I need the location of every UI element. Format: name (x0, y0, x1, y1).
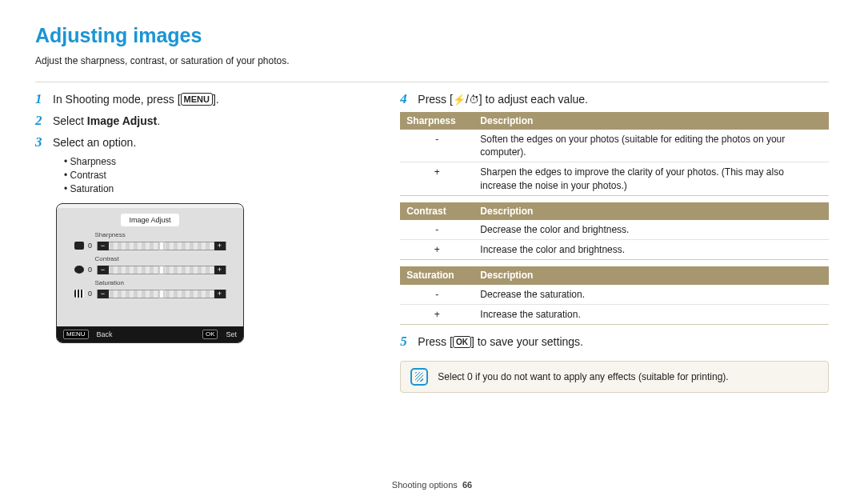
step5-pre: Press [ (418, 335, 453, 348)
table-row: - Decrease the color and brightness. (400, 220, 829, 240)
step-5: 5 Press [OK] to save your settings. (400, 333, 829, 351)
bullet-item: Contrast (64, 169, 376, 182)
table-header: Saturation (400, 266, 474, 284)
camera-row-label: Saturation (95, 279, 226, 288)
note-box: Select 0 if you do not want to apply any… (400, 361, 829, 393)
camera-row-value: 0 (87, 241, 94, 250)
step1-post: ]. (213, 93, 219, 106)
footer-page-number: 66 (462, 480, 472, 490)
slider-thumb (158, 290, 164, 298)
plus-end-icon: + (214, 266, 226, 274)
camera-slider: − + (97, 290, 226, 298)
table-cell-sign: - (400, 220, 474, 240)
step-1: 1 In Shooting mode, press [MENU]. (35, 90, 376, 109)
set-label: Set (226, 330, 237, 339)
table-cell-desc: Decrease the saturation. (474, 285, 829, 305)
step-number: 3 (35, 134, 53, 152)
table-cell-sign: - (400, 285, 474, 305)
camera-row-value: 0 (87, 265, 94, 274)
camera-footer: MENU Back OK Set (57, 326, 243, 343)
step-4: 4 Press [/] to adjust each value. (400, 90, 829, 109)
table-cell-sign: + (400, 162, 474, 195)
camera-row-saturation: Saturation 0 − + (74, 279, 226, 298)
camera-row-label: Contrast (95, 255, 226, 264)
menu-badge-icon: MENU (63, 330, 89, 340)
table-row: + Increase the saturation. (400, 304, 829, 324)
sharpness-table: Sharpness Description - Soften the edges… (400, 112, 829, 196)
table-cell-sign: - (400, 130, 474, 162)
minus-end-icon: − (98, 290, 109, 298)
camera-row-value: 0 (87, 289, 94, 298)
table-cell-sign: + (400, 304, 474, 324)
step2-pre: Select (53, 114, 87, 127)
note-text: Select 0 if you do not want to apply any… (438, 370, 728, 383)
table-header: Description (474, 202, 829, 220)
saturation-icon (74, 290, 84, 298)
timer-icon (469, 93, 479, 106)
page-footer: Shooting options 66 (0, 479, 864, 491)
flash-icon (453, 93, 466, 106)
step-3: 3 Select an option. (35, 134, 376, 152)
bullet-item: Sharpness (64, 155, 376, 168)
step1-pre: In Shooting mode, press [ (53, 93, 181, 106)
step2-bold: Image Adjust (87, 114, 157, 127)
table-cell-desc: Increase the color and brightness. (474, 240, 829, 260)
contrast-table: Contrast Description - Decrease the colo… (400, 202, 829, 261)
step-number: 2 (35, 112, 53, 130)
table-header: Description (474, 266, 829, 284)
ok-badge-icon: OK (202, 330, 218, 340)
step-number: 1 (35, 90, 53, 109)
back-label: Back (97, 330, 113, 339)
camera-slider: − + (97, 266, 226, 274)
ok-button-label: OK (453, 336, 471, 348)
slider-thumb (158, 266, 164, 274)
sharpness-icon (74, 242, 84, 250)
note-icon (410, 368, 428, 386)
right-column: 4 Press [/] to adjust each value. Sharpn… (400, 90, 829, 393)
step3-text: Select an option. (53, 134, 136, 150)
plus-end-icon: + (214, 242, 226, 250)
step5-post: ] to save your settings. (471, 335, 583, 348)
table-cell-desc: Sharpen the edges to improve the clarity… (474, 162, 829, 195)
table-cell-desc: Soften the edges on your photos (suitabl… (474, 130, 829, 162)
table-header: Sharpness (400, 112, 474, 130)
camera-screen-illustration: Image Adjust Sharpness 0 − + Contra (56, 203, 244, 343)
table-header: Contrast (400, 202, 474, 220)
page-subtitle: Adjust the sharpness, contrast, or satur… (35, 54, 829, 67)
minus-end-icon: − (98, 266, 109, 274)
step-2: 2 Select Image Adjust. (35, 112, 376, 130)
minus-end-icon: − (98, 242, 109, 250)
table-row: + Sharpen the edges to improve the clari… (400, 162, 829, 195)
step2-post: . (157, 114, 160, 127)
left-column: 1 In Shooting mode, press [MENU]. 2 Sele… (35, 90, 400, 393)
step-number: 4 (400, 90, 418, 109)
footer-section: Shooting options (392, 480, 458, 490)
option-bullets: Sharpness Contrast Saturation (64, 155, 376, 196)
camera-row-label: Sharpness (95, 231, 226, 240)
menu-button-label: MENU (181, 93, 213, 106)
table-header: Description (474, 112, 829, 130)
camera-row-sharpness: Sharpness 0 − + (74, 231, 226, 250)
contrast-icon (74, 266, 84, 274)
plus-end-icon: + (214, 290, 226, 298)
page-title: Adjusting images (35, 22, 829, 50)
camera-slider: − + (97, 242, 226, 250)
divider (35, 82, 829, 82)
step-number: 5 (400, 333, 418, 351)
table-row: - Soften the edges on your photos (suita… (400, 130, 829, 162)
table-cell-desc: Decrease the color and brightness. (474, 220, 829, 240)
step4-post: ] to adjust each value. (479, 93, 588, 106)
table-cell-desc: Increase the saturation. (474, 304, 829, 324)
bullet-item: Saturation (64, 182, 376, 195)
camera-row-contrast: Contrast 0 − + (74, 255, 226, 274)
step4-pre: Press [ (418, 93, 453, 106)
camera-screen-title: Image Adjust (121, 214, 178, 226)
table-row: + Increase the color and brightness. (400, 240, 829, 260)
saturation-table: Saturation Description - Decrease the sa… (400, 266, 829, 325)
slider-thumb (158, 242, 164, 250)
table-cell-sign: + (400, 240, 474, 260)
table-row: - Decrease the saturation. (400, 285, 829, 305)
